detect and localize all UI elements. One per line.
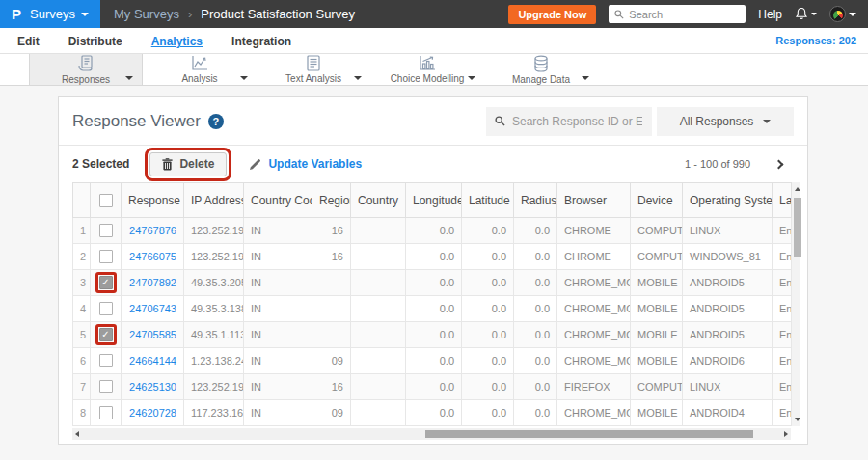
row-checkbox-cell: [91, 218, 122, 244]
table-cell: 0.0: [462, 270, 514, 296]
column-header-response-id[interactable]: Response ID: [122, 183, 184, 218]
response-id-cell: 24766075: [122, 244, 184, 270]
column-header-operating-system[interactable]: Operating System: [683, 183, 773, 218]
nav-tab-distribute[interactable]: Distribute: [68, 35, 122, 48]
column-header-longitude[interactable]: Longitude: [406, 183, 462, 218]
toolbar-item-analysis[interactable]: Analysis: [143, 54, 257, 85]
table-cell: [312, 296, 351, 322]
row-checkbox[interactable]: ✓: [99, 328, 113, 341]
table-cell: MOBILE: [631, 270, 683, 296]
horizontal-scrollbar[interactable]: [72, 428, 791, 440]
survey-subnav: EditDistributeAnalyticsIntegration Respo…: [0, 28, 868, 54]
scroll-left-icon[interactable]: [75, 431, 79, 437]
chevron-down-icon: [468, 76, 475, 80]
toolbar-dropdown-manage-data[interactable]: [582, 67, 589, 84]
table-cell: CHROME_MOBILE: [557, 322, 631, 348]
scroll-right-icon[interactable]: [784, 431, 788, 437]
next-page-button[interactable]: [774, 159, 784, 169]
toolbar-dropdown-responses[interactable]: [125, 67, 133, 84]
row-checkbox[interactable]: [99, 406, 113, 419]
scroll-down-icon[interactable]: [795, 418, 800, 421]
responses-filter-dropdown[interactable]: All Responses: [657, 107, 794, 136]
upgrade-now-button[interactable]: Upgrade Now: [508, 5, 596, 24]
column-header-region[interactable]: Region: [312, 183, 351, 218]
surveys-menu[interactable]: Surveys: [30, 7, 89, 21]
row-checkbox[interactable]: [99, 224, 113, 237]
toolbar-dropdown-analysis[interactable]: [240, 67, 248, 84]
response-id-link[interactable]: 24664144: [129, 355, 176, 366]
help-circle-icon[interactable]: ?: [208, 114, 224, 129]
response-id-link[interactable]: 24625130: [129, 381, 176, 392]
toolbar-dropdown-text-analysis[interactable]: [354, 67, 362, 84]
table-cell: 123.252.193.148: [184, 374, 244, 400]
toolbar-dropdown-choice-modelling[interactable]: [468, 67, 475, 84]
breadcrumb: My Surveys › Product Satisfaction Survey: [114, 7, 355, 21]
row-checkbox[interactable]: ✓: [99, 276, 113, 289]
response-id-link[interactable]: 24766075: [129, 251, 176, 262]
response-id-link[interactable]: 24706743: [129, 303, 176, 314]
row-checkbox[interactable]: [99, 302, 113, 315]
help-link[interactable]: Help: [758, 8, 782, 21]
column-header-browser[interactable]: Browser: [557, 183, 631, 218]
response-id-link[interactable]: 24707892: [129, 277, 176, 288]
table-zone: Response IDIP AddressCountry CodeRegionC…: [72, 182, 800, 426]
row-checkbox[interactable]: [99, 380, 113, 393]
column-header-country-code[interactable]: Country Code: [244, 183, 312, 218]
app-logo[interactable]: P: [12, 6, 21, 22]
toolbar-item-label: Choice Modelling: [391, 73, 465, 84]
row-checkbox[interactable]: [99, 354, 113, 367]
column-header-device[interactable]: Device: [631, 183, 683, 218]
scroll-up-icon[interactable]: [795, 187, 800, 191]
table-cell: 0.0: [462, 296, 514, 322]
table-cell: MOBILE: [631, 322, 683, 348]
column-header-lan[interactable]: Lan: [773, 183, 792, 218]
column-header-radius[interactable]: Radius: [514, 183, 557, 218]
delete-button[interactable]: Delete: [149, 152, 227, 176]
vertical-scroll-thumb[interactable]: [794, 198, 801, 257]
response-id-link[interactable]: 24705585: [129, 329, 176, 340]
toolbar-item-choice-modelling[interactable]: Choice Modelling: [370, 54, 484, 85]
table-cell: CHROME_MOBILE: [557, 270, 631, 296]
nav-tab-analytics[interactable]: Analytics: [151, 35, 203, 48]
response-id-cell: 24664144: [122, 348, 184, 374]
nav-tab-edit[interactable]: Edit: [17, 35, 40, 48]
column-header-country[interactable]: Country: [351, 183, 406, 218]
table-cell: [351, 322, 406, 348]
response-id-link[interactable]: 24767876: [129, 225, 176, 236]
table-cell: 0.0: [406, 348, 462, 374]
toolbar-item-text-analysis[interactable]: Text Analysis: [257, 54, 370, 85]
column-header-latitude[interactable]: Latitude: [462, 183, 514, 218]
select-all-checkbox[interactable]: [99, 194, 113, 207]
column-header-ip-address[interactable]: IP Address: [184, 183, 244, 218]
table-row: 42470674349.35.3.138IN0.00.00.0CHROME_MO…: [73, 296, 792, 322]
table-cell: CHROME_MOBILE: [557, 296, 631, 322]
response-search-box[interactable]: [486, 107, 652, 136]
chevron-down-icon: [125, 76, 133, 80]
toolbar-item-responses[interactable]: Responses: [29, 54, 143, 85]
topnav-right: Upgrade Now Help: [508, 5, 868, 24]
table-cell: 0.0: [406, 270, 462, 296]
table-cell: 0.0: [514, 322, 557, 348]
account-menu[interactable]: [829, 6, 856, 22]
table-cell: FIREFOX: [557, 374, 631, 400]
horizontal-scroll-thumb[interactable]: [425, 430, 753, 438]
nav-tab-integration[interactable]: Integration: [231, 35, 291, 48]
table-cell: IN: [244, 244, 312, 270]
table-cell: [351, 296, 406, 322]
global-search-box[interactable]: [609, 5, 746, 23]
table-cell: [351, 374, 406, 400]
chevron-down-icon: [849, 13, 856, 16]
update-variables-button[interactable]: Update Variables: [249, 157, 362, 171]
response-id-link[interactable]: 24620728: [129, 407, 176, 419]
vertical-scrollbar[interactable]: [792, 182, 800, 426]
row-checkbox[interactable]: [99, 250, 113, 263]
notifications-menu[interactable]: [795, 7, 817, 21]
table-cell: CHROME: [557, 218, 631, 244]
response-search-input[interactable]: [512, 115, 642, 128]
breadcrumb-my-surveys[interactable]: My Surveys: [114, 7, 179, 21]
global-search-input[interactable]: [629, 9, 735, 20]
table-cell: 16: [312, 218, 351, 244]
table-cell: 123.252.193.148: [184, 244, 244, 270]
toolbar-item-manage-data[interactable]: Manage Data: [484, 54, 598, 85]
table-cell: MOBILE: [631, 400, 683, 426]
